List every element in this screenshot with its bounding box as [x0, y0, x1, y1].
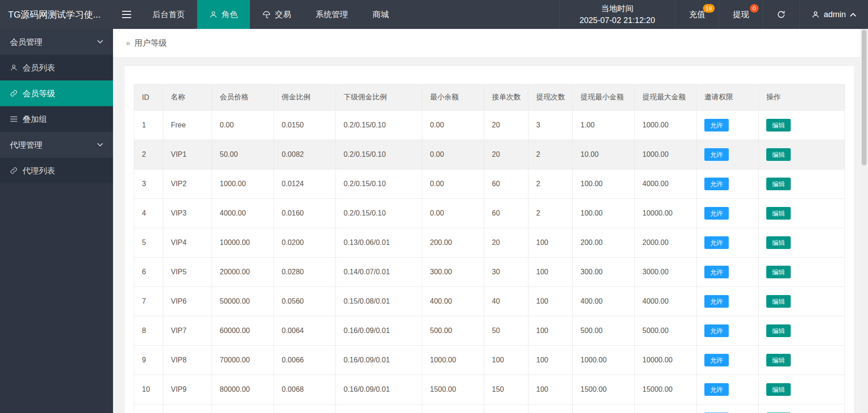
allow-button[interactable]: 允许 [704, 236, 729, 249]
cell-id: 4 [134, 199, 163, 228]
allow-button[interactable]: 允许 [704, 266, 729, 279]
cell-orders: 200 [484, 404, 528, 413]
edit-button[interactable]: 编辑 [766, 207, 791, 220]
cell-withdraw_times: 100 [528, 258, 573, 287]
cell-min_balance: 0.00 [422, 199, 484, 228]
cell-actions: 编辑 [759, 258, 845, 287]
user-menu[interactable]: admin [800, 0, 868, 29]
edit-button[interactable]: 编辑 [766, 119, 791, 132]
withdraw-label: 提现 [733, 9, 749, 20]
cell-orders: 100 [484, 346, 528, 375]
cell-orders: 50 [484, 316, 528, 346]
edit-button[interactable]: 编辑 [766, 266, 791, 279]
cell-invite-permission: 允许 [697, 346, 759, 375]
cell-withdraw_min: 1500.00 [573, 375, 635, 404]
allow-button[interactable]: 允许 [704, 119, 729, 132]
nav-item-system[interactable]: 系统管理 [303, 0, 360, 29]
cell-name: VIP7 [163, 316, 212, 346]
refresh-button[interactable] [763, 0, 800, 29]
cell-withdraw_min: 1000.00 [573, 346, 635, 375]
edit-button[interactable]: 编辑 [766, 324, 791, 338]
cell-name: VIP5 [163, 258, 212, 287]
sidebar-item-member-level[interactable]: 会员等级 [0, 80, 113, 106]
edit-button[interactable]: 编辑 [766, 295, 791, 308]
cell-invite-permission: 允许 [697, 169, 759, 199]
cell-withdraw_min: 1.00 [573, 111, 635, 140]
sidebar-group-agent-management[interactable]: 代理管理 [0, 132, 113, 158]
table-row: 9VIP870000.000.00660.16/0.09/0.011000.00… [134, 346, 845, 375]
cell-withdraw_min: 300.00 [573, 258, 635, 287]
allow-button[interactable]: 允许 [704, 324, 729, 338]
link-icon [10, 89, 18, 97]
page-title: 用户等级 [134, 38, 167, 48]
cell-commission: 0.0082 [274, 140, 336, 169]
local-time-label: 当地时间 [601, 3, 633, 14]
column-header-5: 下级佣金比例 [336, 84, 422, 111]
cell-commission: 0.0160 [274, 199, 336, 228]
scrollbar-thumb[interactable] [862, 30, 867, 165]
cell-id: 5 [134, 228, 163, 258]
allow-button[interactable]: 允许 [704, 207, 729, 220]
cell-price: 60000.00 [212, 316, 274, 346]
cell-orders: 40 [484, 287, 528, 316]
table-header: ID名称会员价格佣金比例下级佣金比例最小余额接单次数提现次数提现最小金额提现最大… [134, 84, 845, 111]
nav-label: 商城 [373, 9, 389, 20]
withdraw-link[interactable]: 提现 0 [719, 0, 763, 29]
person-icon [10, 64, 18, 71]
cell-commission: 0.0150 [274, 111, 336, 140]
cell-min_balance: 0.00 [422, 111, 484, 140]
cell-name: VIP3 [163, 199, 212, 228]
allow-button[interactable]: 允许 [704, 295, 729, 308]
cell-actions: 编辑 [759, 228, 845, 258]
cell-withdraw_max: 15000.00 [635, 375, 697, 404]
cell-id: 6 [134, 258, 163, 287]
sidebar-item-stack-group[interactable]: 叠加组 [0, 106, 113, 132]
edit-button[interactable]: 编辑 [766, 383, 791, 396]
cell-commission: 0.0068 [274, 375, 336, 404]
cell-id: 8 [134, 316, 163, 346]
withdraw-badge: 0 [750, 4, 759, 13]
cell-invite-permission: 允许 [697, 316, 759, 346]
cell-sub_commission: 0.2/0.15/0.10 [336, 199, 422, 228]
allow-button[interactable]: 允许 [704, 383, 729, 396]
main-content: » 用户等级 ID名称会员价格佣金比例下级佣金比例最小余额接单次数提现次数提现最… [113, 29, 860, 413]
edit-button[interactable]: 编辑 [766, 354, 791, 367]
nav-item-roles[interactable]: 角色 [197, 0, 250, 29]
sidebar-item-member-list[interactable]: 会员列表 [0, 55, 113, 80]
table-card: ID名称会员价格佣金比例下级佣金比例最小余额接单次数提现次数提现最小金额提现最大… [125, 66, 854, 413]
cell-id: 1 [134, 111, 163, 140]
cell-actions: 编辑 [759, 375, 845, 404]
column-header-3: 会员价格 [212, 84, 274, 111]
recharge-link[interactable]: 充值 18 [675, 0, 719, 29]
menu-toggle-icon[interactable] [113, 0, 140, 29]
content-area: ID名称会员价格佣金比例下级佣金比例最小余额接单次数提现次数提现最小金额提现最大… [113, 57, 860, 413]
cell-orders: 20 [484, 111, 528, 140]
sidebar: 会员管理 会员列表 会员等级 叠加组 [0, 29, 113, 413]
cell-invite-permission: 允许 [697, 375, 759, 404]
sidebar-group-member-management[interactable]: 会员管理 [0, 29, 113, 55]
nav-item-dashboard[interactable]: 后台首页 [140, 0, 197, 29]
cell-invite-permission: 允许 [697, 140, 759, 169]
cell-orders: 60 [484, 169, 528, 199]
nav-item-mall[interactable]: 商城 [360, 0, 401, 29]
table-row: 10VIP980000.000.00680.16/0.09/0.011500.0… [134, 375, 845, 404]
cell-orders: 60 [484, 199, 528, 228]
allow-button[interactable]: 允许 [704, 354, 729, 367]
edit-button[interactable]: 编辑 [766, 178, 791, 191]
allow-button[interactable]: 允许 [704, 178, 729, 191]
chevron-down-icon [97, 143, 103, 147]
cell-price: 10000.00 [212, 228, 274, 258]
cell-withdraw_max: 20000.00 [635, 404, 697, 413]
allow-button[interactable]: 允许 [704, 148, 729, 161]
cell-commission: 0.0064 [274, 316, 336, 346]
refresh-icon [777, 10, 786, 19]
edit-button[interactable]: 编辑 [766, 236, 791, 249]
cell-id: 9 [134, 346, 163, 375]
edit-button[interactable]: 编辑 [766, 148, 791, 161]
table-row: 8VIP760000.000.00640.16/0.09/0.01500.005… [134, 316, 845, 346]
nav-item-trade[interactable]: 交易 [250, 0, 303, 29]
vertical-scrollbar[interactable] [860, 29, 868, 413]
cell-commission: 0.0560 [274, 287, 336, 316]
sidebar-item-agent-list[interactable]: 代理列表 [0, 158, 113, 183]
cell-name: VIP2 [163, 169, 212, 199]
